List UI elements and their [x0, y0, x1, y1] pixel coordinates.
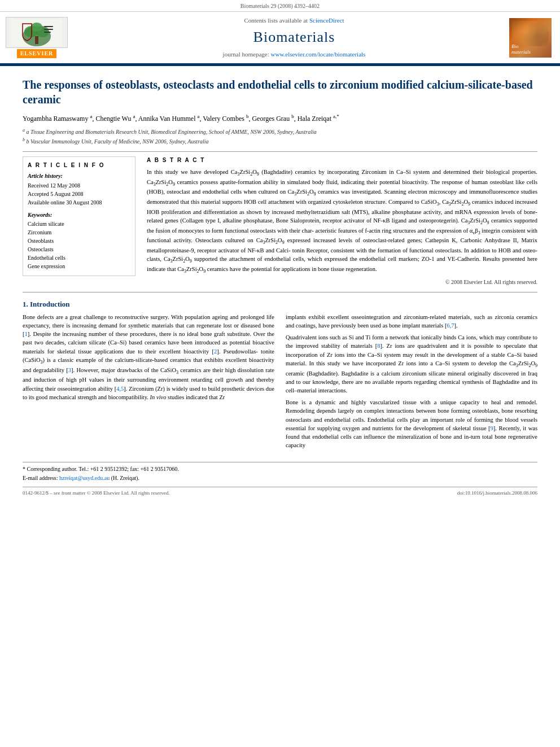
online-date: Available online 30 August 2008	[28, 199, 130, 207]
intro-para-1: Bone defects are a great challenge to re…	[23, 313, 274, 401]
sciencedirect-line: Contents lists available at ScienceDirec…	[244, 16, 344, 25]
elsevier-brand-text: ELSEVIER	[17, 49, 57, 58]
biomaterials-logo-box: Biomaterials	[509, 18, 552, 58]
abstract-text: In this study we have developed Ca3ZrSi2…	[147, 168, 537, 275]
article-info-abstract-row: A R T I C L E I N F O Article history: R…	[23, 156, 537, 286]
abstract-title: A B S T R A C T	[147, 156, 537, 164]
authors-line: Yogambha Ramaswamy a, Chengtie Wu a, Ann…	[23, 112, 537, 124]
intro-para-4: Bone is a dynamic and highly vascularize…	[286, 398, 537, 449]
keyword-4: Osteoclasts	[28, 246, 130, 254]
body-col-left: Bone defects are a great challenge to re…	[23, 313, 274, 453]
affiliation-a: a Tissue Engineering and Biomaterials Re…	[27, 129, 317, 136]
page-wrapper: Biomaterials 29 (2008) 4392–4402	[0, 0, 560, 508]
keyword-2: Zirconium	[28, 229, 130, 237]
keywords-label: Keywords:	[28, 211, 130, 219]
email-label: E-mail address:	[23, 475, 58, 481]
intro-para-2: implants exhibit excellent osseointegrat…	[286, 313, 537, 330]
section-number: 1.	[23, 300, 28, 308]
journal-homepage: journal homepage: www.elsevier.com/locat…	[223, 50, 366, 59]
svg-rect-8	[44, 32, 51, 33]
homepage-url[interactable]: www.elsevier.com/locate/biomaterials	[271, 51, 366, 58]
email-line: E-mail address: hzreiqat@usyd.edu.au (H.…	[23, 474, 537, 482]
section-heading: Introduction	[30, 300, 70, 308]
history-label: Article history:	[28, 172, 130, 180]
keyword-5: Endothelial cells	[28, 254, 130, 262]
abstract-column: A B S T R A C T In this study we have de…	[147, 156, 537, 286]
citation-bar: Biomaterials 29 (2008) 4392–4402	[0, 0, 560, 12]
email-suffix: (H. Zreiqat).	[111, 475, 139, 481]
article-info-box: A R T I C L E I N F O Article history: R…	[23, 156, 135, 276]
citation-text: Biomaterials 29 (2008) 4392–4402	[240, 3, 320, 9]
contents-text: Contents lists available at	[244, 17, 308, 24]
homepage-label: journal homepage:	[223, 51, 269, 58]
article-info-column: A R T I C L E I N F O Article history: R…	[23, 156, 135, 286]
svg-rect-7	[44, 29, 53, 30]
received-date: Received 12 May 2008	[28, 182, 130, 190]
svg-rect-2	[35, 36, 38, 44]
article-title: The responses of osteoblasts, osteoclast…	[23, 77, 537, 107]
keyword-1: Calcium silicate	[28, 220, 130, 228]
section-title: 1. Introduction	[23, 299, 537, 309]
journal-header: ELSEVIER Contents lists available at Sci…	[0, 12, 560, 64]
body-text-columns: Bone defects are a great challenge to re…	[23, 313, 537, 453]
copyright-line: © 2008 Elsevier Ltd. All rights reserved…	[147, 278, 537, 286]
intro-para-3: Quadrivalent ions such as Si and Ti form…	[286, 333, 537, 395]
keyword-3: Osteoblasts	[28, 237, 130, 245]
journal-title: Biomaterials	[253, 27, 335, 47]
footer-notes: * Corresponding author. Tel.: +61 2 9351…	[23, 462, 537, 482]
svg-point-5	[31, 23, 42, 32]
email-address[interactable]: hzreiqat@usyd.edu.au	[59, 475, 110, 481]
issn-line: 0142-9612/$ – see front matter © 2008 El…	[23, 490, 170, 497]
keyword-6: Gene expression	[28, 263, 130, 270]
body-col-right: implants exhibit excellent osseointegrat…	[286, 313, 537, 453]
divider-2	[23, 292, 537, 292]
elsevier-logo: ELSEVIER	[6, 17, 68, 58]
svg-rect-6	[44, 26, 53, 27]
affiliations: a a Tissue Engineering and Biomaterials …	[23, 127, 537, 146]
keywords-section: Keywords: Calcium silicate Zirconium Ost…	[28, 211, 130, 270]
divider-1	[23, 151, 537, 152]
sciencedirect-link-text[interactable]: ScienceDirect	[309, 17, 344, 24]
main-content: The responses of osteoblasts, osteoclast…	[0, 66, 560, 508]
accepted-date: Accepted 5 August 2008	[28, 190, 130, 198]
biomaterials-logo-text: Biomaterials	[511, 44, 531, 55]
affiliation-b: b Vascular Immunology Unit, Faculty of M…	[27, 138, 209, 145]
elsevier-logo-image	[6, 17, 68, 48]
journal-header-center: Contents lists available at ScienceDirec…	[85, 16, 504, 59]
article-info-title: A R T I C L E I N F O	[28, 161, 130, 169]
footer-bottom: 0142-9612/$ – see front matter © 2008 El…	[23, 487, 537, 497]
journal-header-right: Biomaterials	[509, 16, 554, 59]
corresponding-note: * Corresponding author. Tel.: +61 2 9351…	[23, 465, 537, 473]
introduction-section: 1. Introduction Bone defects are a great…	[23, 299, 537, 453]
journal-header-left: ELSEVIER	[6, 16, 79, 59]
doi-line: doi:10.1016/j.biomaterials.2008.08.006	[457, 490, 537, 497]
